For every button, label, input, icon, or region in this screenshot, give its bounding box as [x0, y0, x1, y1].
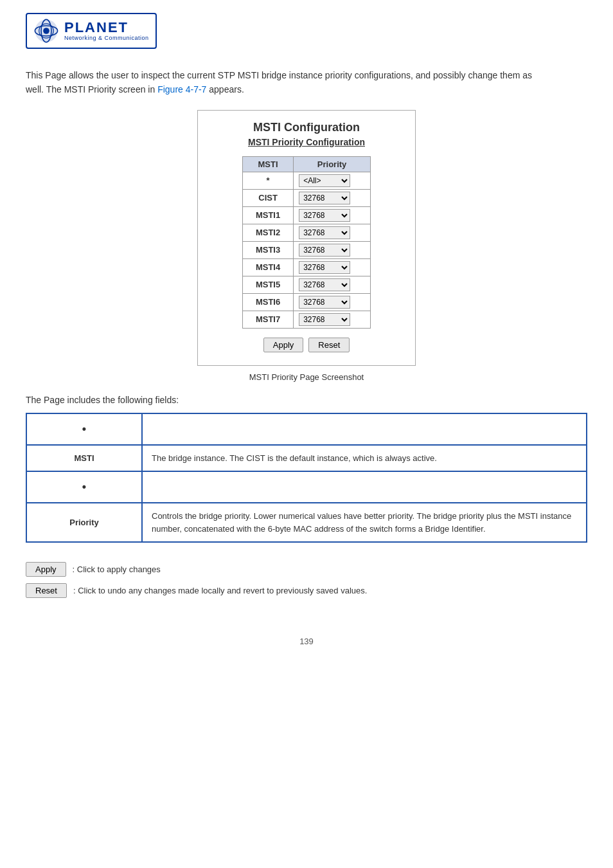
msti-row-8-priority[interactable]: 4096819212288163842048024576286723276836…	[294, 311, 371, 328]
col-priority: Priority	[294, 156, 371, 172]
apply-button[interactable]: Apply	[263, 338, 304, 352]
intro-line2b: appears.	[206, 84, 244, 95]
priority-select-2[interactable]: 4096819212288163842048024576286723276836…	[299, 209, 350, 222]
priority-select-6[interactable]: 4096819212288163842048024576286723276836…	[299, 278, 350, 291]
page-number: 139	[26, 637, 587, 646]
msti-row-6-name: MSTI5	[243, 276, 294, 293]
logo-box: PLANET Networking & Communication	[26, 13, 157, 49]
msti-row-8-name: MSTI7	[243, 311, 294, 328]
config-buttons: Apply Reset	[211, 338, 402, 352]
reset-button[interactable]: Reset	[308, 338, 350, 352]
priority-select-8[interactable]: 4096819212288163842048024576286723276836…	[299, 313, 350, 326]
msti-row-6-priority[interactable]: 4096819212288163842048024576286723276836…	[294, 276, 371, 293]
logo-sub-label: Networking & Communication	[64, 35, 149, 42]
fields-table: •MSTIThe bridge instance. The CIST is th…	[26, 413, 587, 543]
logo-text: PLANET Networking & Communication	[64, 20, 149, 42]
priority-select-1[interactable]: 4096819212288163842048024576286723276836…	[299, 192, 350, 204]
planet-logo-icon	[33, 18, 59, 44]
priority-select-5[interactable]: 4096819212288163842048024576286723276836…	[299, 261, 350, 274]
msti-row-3-priority[interactable]: 4096819212288163842048024576286723276836…	[294, 224, 371, 241]
msti-row-1-priority[interactable]: 4096819212288163842048024576286723276836…	[294, 189, 371, 206]
msti-row-5-name: MSTI4	[243, 258, 294, 276]
apply-action-row: Apply : Click to apply changes	[26, 562, 587, 577]
msti-table: MSTI Priority *<All>CIST4096819212288163…	[242, 156, 371, 329]
svg-point-3	[43, 28, 49, 34]
screenshot-caption: MSTI Priority Page Screenshot	[26, 372, 587, 382]
bullet-cell-0: •	[26, 413, 142, 445]
field-desc-0: The bridge instance. The CIST is the def…	[142, 445, 587, 472]
reset-action-desc: : Click to undo any changes made locally…	[73, 586, 367, 595]
msti-row-2-priority[interactable]: 4096819212288163842048024576286723276836…	[294, 206, 371, 224]
logo-planet-label: PLANET	[64, 20, 149, 35]
reset-action-row: Reset : Click to undo any changes made l…	[26, 583, 587, 598]
intro-line2: well. The MSTI Priority screen in	[26, 84, 157, 95]
msti-row-2-name: MSTI1	[243, 206, 294, 224]
field-name-0: MSTI	[26, 445, 142, 472]
field-desc-1: Controls the bridge priority. Lower nume…	[142, 503, 587, 542]
action-section: Apply : Click to apply changes Reset : C…	[26, 562, 587, 598]
msti-config-box: MSTI Configuration MSTI Priority Configu…	[197, 110, 416, 366]
reset-action-button[interactable]: Reset	[26, 583, 67, 598]
msti-row-0-priority[interactable]: <All>	[294, 172, 371, 189]
bullet-cell-1: •	[26, 471, 142, 503]
priority-select-3[interactable]: 4096819212288163842048024576286723276836…	[299, 226, 350, 239]
intro-line1: This Page allows the user to inspect the…	[26, 70, 532, 80]
msti-row-4-priority[interactable]: 4096819212288163842048024576286723276836…	[294, 241, 371, 258]
msti-row-3-name: MSTI2	[243, 224, 294, 241]
priority-select-7[interactable]: 4096819212288163842048024576286723276836…	[299, 296, 350, 309]
msti-row-0-name: *	[243, 172, 294, 189]
col-msti: MSTI	[243, 156, 294, 172]
msti-row-7-priority[interactable]: 4096819212288163842048024576286723276836…	[294, 293, 371, 311]
msti-row-5-priority[interactable]: 4096819212288163842048024576286723276836…	[294, 258, 371, 276]
config-subtitle: MSTI Priority Configuration	[211, 137, 402, 147]
msti-row-1-name: CIST	[243, 189, 294, 206]
figure-link[interactable]: Figure 4-7-7	[157, 84, 206, 95]
apply-action-button[interactable]: Apply	[26, 562, 66, 577]
msti-row-7-name: MSTI6	[243, 293, 294, 311]
fields-intro: The Page includes the following fields:	[26, 395, 587, 405]
msti-row-4-name: MSTI3	[243, 241, 294, 258]
priority-select-0[interactable]: <All>	[299, 174, 350, 187]
field-name-1: Priority	[26, 503, 142, 542]
apply-action-desc: : Click to apply changes	[73, 565, 161, 574]
intro-paragraph: This Page allows the user to inspect the…	[26, 68, 587, 97]
logo-area: PLANET Networking & Communication	[26, 13, 587, 49]
priority-select-4[interactable]: 4096819212288163842048024576286723276836…	[299, 244, 350, 257]
config-title: MSTI Configuration	[211, 121, 402, 134]
